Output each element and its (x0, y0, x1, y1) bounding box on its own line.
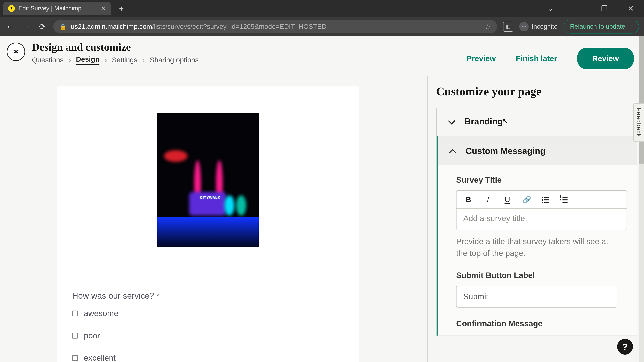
option-row[interactable]: awesome (72, 309, 344, 318)
tab-strip: ✶ Edit Survey | Mailchimp ✕ + ⌄ — ❐ ✕ (0, 0, 644, 17)
preview-pane: CITYWALK How was our service? * awesome … (0, 76, 427, 362)
neon-glow (224, 195, 234, 216)
relaunch-button[interactable]: Relaunch to update ⋮ (564, 19, 639, 33)
close-window-icon[interactable]: ✕ (628, 4, 634, 13)
option-label: excellent (84, 353, 116, 362)
breadcrumb-design[interactable]: Design (76, 55, 100, 65)
content: CITYWALK How was our service? * awesome … (0, 76, 644, 362)
chevron-right-icon: › (68, 56, 71, 64)
breadcrumb-questions[interactable]: Questions (32, 56, 64, 64)
scrollbar-track[interactable] (639, 36, 644, 362)
option-label: poor (84, 331, 100, 340)
survey-title-editor: B I U 🔗 123 Add a survey title. (456, 190, 627, 230)
finish-later-link[interactable]: Finish later (516, 54, 557, 63)
refresh-button[interactable]: ⟳ (37, 22, 47, 32)
feedback-tab[interactable]: Feedback (633, 103, 644, 142)
option-row[interactable]: excellent (72, 353, 344, 362)
lock-icon: 🔒 (59, 23, 66, 30)
bold-button[interactable]: B (464, 195, 473, 204)
accordion-title: Branding (464, 116, 503, 126)
accordion-title: Custom Messaging (466, 146, 546, 156)
submit-button-label-input[interactable] (456, 286, 617, 308)
heading-block: Design and customize Questions › Design … (32, 41, 199, 65)
incognito-label: Incognito (532, 23, 558, 30)
header-actions: Preview Finish later Review (466, 41, 634, 69)
breadcrumb: Questions › Design › Settings › Sharing … (32, 55, 199, 65)
neon-glow (164, 150, 188, 162)
rte-toolbar: B I U 🔗 123 (456, 191, 626, 209)
neon-glow (157, 217, 258, 247)
page: ✶ Design and customize Questions › Desig… (0, 36, 644, 362)
breadcrumb-sharing[interactable]: Sharing options (150, 56, 199, 64)
italic-button[interactable]: I (483, 195, 492, 204)
tab-title: Edit Survey | Mailchimp (18, 5, 97, 12)
browser-chrome: ✶ Edit Survey | Mailchimp ✕ + ⌄ — ❐ ✕ ← … (0, 0, 644, 36)
submit-button-label-label: Submit Button Label (456, 271, 627, 280)
accordion-body: Survey Title B I U 🔗 123 Add a survey ti… (438, 165, 637, 336)
url-text: us21.admin.mailchimp.com/lists/surveys/e… (71, 23, 326, 30)
page-title: Design and customize (32, 41, 199, 53)
page-header: ✶ Design and customize Questions › Desig… (0, 36, 644, 76)
extensions-icon[interactable]: ◧ (503, 22, 513, 32)
survey-question: How was our service? * awesome poor exce… (72, 291, 344, 362)
accordion-header-custom-messaging[interactable]: Custom Messaging (438, 136, 637, 165)
customize-panel: Customize your page Branding Custom Mess… (428, 76, 644, 362)
browser-tab[interactable]: ✶ Edit Survey | Mailchimp ✕ (3, 2, 111, 15)
chevron-down-icon (448, 118, 455, 124)
hero-image-text: CITYWALK (200, 195, 220, 200)
review-button[interactable]: Review (577, 48, 634, 69)
incognito-indicator[interactable]: 👓 Incognito (519, 22, 558, 31)
new-tab-button[interactable]: + (116, 3, 126, 13)
back-button[interactable]: ← (5, 22, 15, 32)
survey-title-hint: Provide a title that survey takers will … (456, 236, 617, 259)
survey-title-input[interactable]: Add a survey title. (456, 209, 626, 230)
survey-title-label: Survey Title (456, 175, 627, 185)
accordion-section-branding: Branding (437, 107, 637, 136)
survey-preview-card: CITYWALK How was our service? * awesome … (57, 86, 359, 362)
relaunch-label: Relaunch to update (570, 23, 625, 30)
chevron-right-icon: › (142, 56, 145, 64)
chevron-right-icon: › (104, 56, 107, 64)
checkbox-icon[interactable] (72, 333, 78, 339)
incognito-icon: 👓 (519, 22, 528, 31)
bookmark-star-icon[interactable]: ☆ (484, 22, 491, 31)
accordion-header-branding[interactable]: Branding (437, 107, 637, 136)
mailchimp-favicon: ✶ (8, 5, 15, 12)
minimize-icon[interactable]: — (574, 4, 581, 12)
help-button[interactable]: ? (617, 339, 633, 355)
chevron-up-icon (450, 148, 456, 154)
maximize-icon[interactable]: ❐ (601, 4, 608, 13)
accordion: Branding Custom Messaging Survey Title B (436, 107, 637, 336)
option-label: awesome (84, 309, 118, 318)
address-bar[interactable]: 🔒 us21.admin.mailchimp.com/lists/surveys… (53, 20, 497, 33)
scrollbar-thumb[interactable] (639, 36, 644, 164)
checkbox-icon[interactable] (72, 355, 78, 361)
window-controls: ⌄ — ❐ ✕ (547, 4, 644, 13)
bulleted-list-button[interactable] (542, 196, 550, 203)
question-title: How was our service? * (72, 291, 344, 301)
survey-hero-image: CITYWALK (157, 113, 258, 247)
accordion-section-custom-messaging: Custom Messaging Survey Title B I U 🔗 1 (437, 136, 637, 336)
forward-button[interactable]: → (21, 22, 31, 32)
underline-button[interactable]: U (503, 195, 512, 204)
menu-dots-icon[interactable]: ⋮ (628, 24, 634, 29)
numbered-list-button[interactable]: 123 (560, 196, 568, 203)
browser-toolbar: ← → ⟳ 🔒 us21.admin.mailchimp.com/lists/s… (0, 17, 644, 36)
close-tab-icon[interactable]: ✕ (100, 5, 106, 12)
breadcrumb-settings[interactable]: Settings (112, 56, 137, 64)
checkbox-icon[interactable] (72, 311, 78, 316)
panel-heading: Customize your page (436, 85, 637, 98)
mailchimp-logo[interactable]: ✶ (7, 42, 25, 61)
option-row[interactable]: poor (72, 331, 344, 340)
preview-link[interactable]: Preview (466, 54, 496, 63)
neon-glow (236, 195, 246, 216)
link-button[interactable]: 🔗 (522, 195, 531, 204)
confirmation-message-label: Confirmation Message (456, 319, 627, 328)
tab-search-icon[interactable]: ⌄ (547, 4, 554, 13)
